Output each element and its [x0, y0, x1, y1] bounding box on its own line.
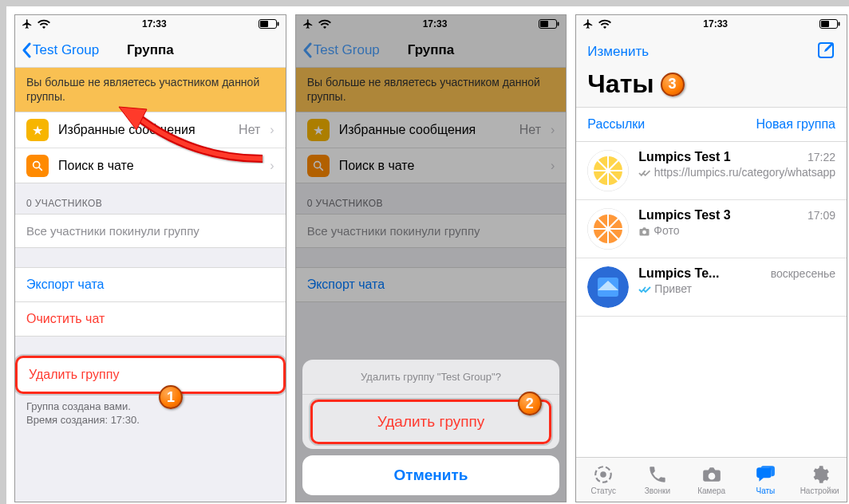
chat-row[interactable]: Lumpics Test 117:22 https://lumpics.ru/c… [576, 142, 847, 200]
tab-settings[interactable]: Настройки [792, 458, 847, 502]
battery-icon [539, 19, 559, 29]
chevron-right-icon: › [270, 123, 274, 137]
clock-time: 17:33 [142, 18, 167, 30]
status-bar: 17:33 [296, 15, 567, 33]
nav-bar: Test Group Группа [15, 33, 286, 68]
avatar [587, 150, 629, 191]
svg-rect-11 [839, 22, 840, 26]
chats-sublinks: Рассылки Новая группа [576, 108, 847, 142]
tab-calls[interactable]: Звонки [630, 458, 685, 502]
status-icon [593, 464, 614, 485]
edit-button[interactable]: Изменить [587, 44, 649, 60]
tab-chats[interactable]: Чаты [739, 458, 793, 502]
sheet-delete-button[interactable]: Удалить группу [310, 400, 552, 444]
chevron-left-icon [22, 42, 31, 58]
svg-point-28 [600, 471, 606, 478]
battery-icon [259, 19, 279, 29]
new-group-link[interactable]: Новая группа [756, 117, 835, 132]
svg-rect-10 [821, 21, 829, 27]
tab-status[interactable]: Статус [576, 458, 630, 502]
phone-screen-1: 17:33 Test Group Группа Вы больше не явл… [14, 14, 286, 502]
delete-group-button[interactable]: Удалить группу [15, 356, 286, 394]
camera-tab-icon [701, 464, 722, 485]
chat-time: 17:09 [808, 209, 835, 222]
chat-row[interactable]: Lumpics Te...воскресенье Привет [576, 258, 847, 317]
participants-header: 0 УЧАСТНИКОВ [15, 183, 286, 214]
participants-empty: Все участники покинули группу [15, 214, 286, 248]
chat-row[interactable]: Lumpics Test 317:09 Фото [576, 200, 847, 258]
back-label: Test Group [33, 42, 99, 58]
chat-name: Lumpics Test 3 [638, 208, 730, 222]
wifi-icon [598, 19, 611, 29]
status-bar: 17:33 [576, 15, 847, 33]
camera-icon [638, 226, 650, 236]
avatar [587, 208, 629, 250]
svg-rect-7 [558, 22, 559, 26]
svg-rect-2 [277, 22, 278, 26]
marker-1: 1 [159, 385, 183, 409]
tab-camera[interactable]: Камера [685, 458, 739, 502]
phone-icon [647, 464, 668, 485]
export-chat-button[interactable]: Экспорт чата [15, 267, 286, 302]
svg-rect-6 [540, 21, 548, 27]
broadcasts-link[interactable]: Рассылки [587, 117, 645, 132]
chat-name: Lumpics Test 1 [638, 150, 730, 164]
group-created-footer: Группа создана вами. Время создания: 17:… [15, 394, 286, 431]
phone-screen-3: 17:33 Изменить Чаты 3 Рассылки Новая гру… [575, 14, 847, 502]
avatar [587, 266, 629, 308]
battery-icon [819, 19, 840, 29]
ticks-icon [638, 285, 651, 293]
action-sheet: Удалить группу "Test Group"? Удалить гру… [302, 360, 560, 495]
clear-chat-button[interactable]: Очистить чат [15, 302, 286, 337]
airplane-icon [582, 18, 594, 30]
gear-icon [809, 464, 830, 485]
wifi-icon [318, 19, 331, 29]
chats-title: Чаты [587, 69, 654, 99]
ticks-icon [638, 169, 650, 177]
chat-time: воскресенье [771, 267, 835, 280]
airplane-icon [302, 18, 314, 30]
nav-bar: Test Group Группа [296, 33, 567, 68]
chat-time: 17:22 [808, 151, 835, 163]
chat-preview: Привет [654, 282, 692, 297]
svg-rect-1 [260, 21, 268, 27]
back-button: Test Group [302, 42, 380, 58]
marker-2: 2 [518, 392, 542, 415]
nav-title: Группа [127, 42, 174, 58]
airplane-icon [22, 18, 33, 30]
sheet-cancel-button[interactable]: Отменить [302, 455, 560, 495]
chat-preview: https://lumpics.ru/category/whatsapp [654, 166, 835, 180]
compose-button[interactable] [816, 41, 835, 63]
chats-icon [755, 464, 776, 485]
tab-bar: Статус Звонки Камера Чаты Настройки [576, 457, 847, 502]
annotation-arrow [111, 103, 270, 167]
chat-name: Lumpics Te... [638, 266, 719, 281]
search-icon [31, 159, 44, 172]
phone-screen-2: 17:33 Test Group Группа Вы больше не явл… [295, 14, 567, 502]
status-bar: 17:33 [15, 15, 286, 33]
compose-icon [816, 41, 835, 60]
svg-marker-4 [119, 107, 147, 130]
chat-preview: Фото [654, 224, 679, 238]
back-button[interactable]: Test Group [22, 42, 99, 58]
marker-3: 3 [661, 73, 685, 96]
star-icon: ★ [32, 123, 43, 138]
wifi-icon [38, 19, 50, 29]
sheet-prompt: Удалить группу "Test Group"? [302, 360, 560, 395]
chats-header: Изменить Чаты 3 [576, 33, 847, 108]
chevron-right-icon: › [270, 159, 274, 173]
